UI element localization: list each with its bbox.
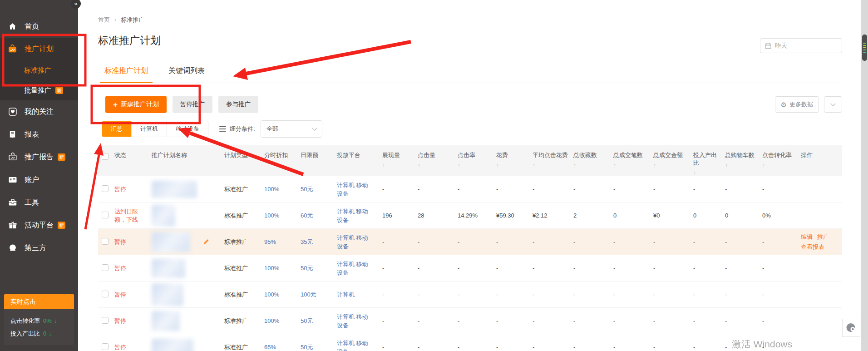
page: 首页推广计划标准推广批量推广新我的关注报表推广报告新账户工具活动平台新第三方 实… [0, 0, 868, 351]
plan-name-cell[interactable] [152, 205, 224, 227]
scrollbar-thumb[interactable] [862, 35, 867, 61]
sidebar-item-standard-promo[interactable]: 标准推广 [0, 60, 78, 80]
metric-cell: - [653, 344, 693, 351]
plan-name-cell[interactable] [152, 283, 224, 306]
plan-name-cell[interactable] [152, 181, 224, 198]
plan-name-cell[interactable] [152, 232, 224, 252]
windows-activation-watermark: 激活 Windows [732, 338, 792, 351]
action-link[interactable]: 编辑 [801, 232, 813, 242]
action-link[interactable]: 查看报表 [801, 242, 824, 252]
sidebar-item-campaign[interactable]: 推广计划 [0, 38, 78, 60]
time-discount-cell[interactable]: 100% [264, 212, 301, 219]
column-header-8[interactable]: 点击量↑ [418, 145, 458, 176]
device-tab-summary[interactable]: 汇总 [102, 121, 132, 137]
segment-condition-select[interactable]: 全部 [261, 120, 322, 138]
column-header-18: 操作 [801, 145, 839, 176]
select-all-checkbox[interactable] [102, 153, 108, 160]
tab-keyword-list[interactable]: 关键词列表 [167, 66, 207, 83]
platform-cell[interactable]: 计算机 移动设备 [337, 181, 382, 198]
metric-cell: - [693, 186, 725, 193]
metric-cell: - [458, 265, 496, 272]
metric-cell: - [573, 186, 613, 193]
metric-cell: - [653, 186, 693, 193]
device-tab-mobile[interactable]: 移动设备 [167, 121, 208, 137]
row-checkbox[interactable] [102, 185, 108, 192]
blurred-plan-name [152, 232, 190, 252]
plan-name-cell[interactable] [152, 339, 224, 351]
time-discount-cell[interactable]: 95% [264, 238, 301, 245]
stat-label: 投入产出比 [10, 330, 40, 337]
sidebar-item-home[interactable]: 首页 [0, 15, 78, 38]
daily-limit-cell[interactable]: 50元 [301, 264, 337, 272]
tab-standard-plans[interactable]: 标准推广计划 [103, 66, 150, 83]
time-discount-cell[interactable]: 100% [264, 291, 301, 298]
sidebar-item-activity-platform[interactable]: 活动平台新 [0, 214, 78, 237]
sort-asc-icon: ↑ [533, 162, 569, 168]
breadcrumb-home[interactable]: 首页 [98, 16, 110, 23]
metric-cell: - [762, 265, 801, 272]
device-filter-tabs: 汇总 计算机 移动设备 [102, 121, 208, 137]
sidebar-item-my-follow[interactable]: 我的关注 [0, 100, 78, 123]
platform-cell[interactable]: 计算机 [337, 290, 382, 299]
row-checkbox[interactable] [102, 238, 108, 245]
daily-limit-cell[interactable]: 60元 [301, 212, 337, 220]
new-plan-button[interactable]: +新建推广计划 [105, 96, 167, 113]
time-discount-cell[interactable]: 65% [264, 344, 301, 351]
assistant-widget-button[interactable] [842, 319, 860, 337]
daily-limit-cell[interactable]: 35元 [301, 238, 337, 246]
column-header-7[interactable]: 展现量↑ [382, 145, 418, 176]
metric-cell: - [762, 317, 801, 324]
sidebar-item-account[interactable]: 账户 [0, 168, 78, 191]
chevron-down-icon [312, 125, 317, 130]
platform-cell[interactable]: 计算机 移动设备 [337, 207, 382, 224]
column-header-13[interactable]: 总成交笔数↑ [613, 145, 653, 176]
row-checkbox[interactable] [102, 343, 108, 350]
plan-name-cell[interactable] [152, 311, 224, 331]
more-data-button[interactable]: ⚙更多数据 [775, 96, 819, 113]
plan-name-cell[interactable] [152, 259, 224, 278]
daily-limit-cell[interactable]: 100元 [301, 291, 337, 299]
column-header-11[interactable]: 平均点击花费↑ [533, 145, 573, 176]
column-header-9[interactable]: 点击率↑ [458, 145, 496, 176]
expand-panel-button[interactable] [824, 96, 842, 113]
daily-limit-cell[interactable]: 50元 [301, 185, 337, 193]
row-checkbox[interactable] [102, 264, 108, 271]
metric-cell: 28 [418, 212, 458, 219]
platform-cell[interactable]: 计算机 移动设备 [337, 312, 382, 330]
sort-asc-icon: ↑ [382, 162, 413, 168]
platform-cell[interactable]: 计算机 移动设备 [337, 260, 382, 277]
sidebar-item-tools[interactable]: 工具 [0, 191, 78, 214]
sidebar-item-third-party[interactable]: 第三方 [0, 237, 78, 259]
actions-cell: 编辑推广查看报表 [801, 232, 839, 252]
action-link[interactable]: 推广 [817, 232, 829, 242]
device-tab-computer[interactable]: 计算机 [132, 121, 167, 137]
scrollbar-track[interactable] [861, 0, 868, 351]
column-header-15[interactable]: 投入产出比↑ [693, 145, 725, 176]
metric-cell: - [573, 291, 613, 298]
edit-pencil-icon[interactable] [203, 238, 210, 245]
platform-cell[interactable]: 计算机 移动设备 [337, 233, 382, 251]
pause-promotion-button[interactable]: 暂停推广 [173, 96, 212, 113]
column-header-12[interactable]: 总收藏数↑ [573, 145, 613, 176]
row-checkbox[interactable] [102, 212, 108, 218]
time-discount-cell[interactable]: 100% [264, 317, 301, 324]
filter-row: 汇总 计算机 移动设备 细分条件: 全部 [98, 117, 842, 141]
column-header-10[interactable]: 花费↑ [496, 145, 533, 176]
daily-limit-cell[interactable]: 50元 [301, 343, 337, 351]
column-header-17[interactable]: 点击转化率↑ [762, 145, 801, 176]
date-range-picker[interactable]: 昨天 [760, 38, 842, 53]
row-checkbox[interactable] [102, 317, 108, 324]
row-checkbox[interactable] [102, 291, 108, 297]
sidebar-item-reports[interactable]: 报表 [0, 123, 78, 146]
sidebar-item-label: 标准推广 [24, 66, 51, 75]
time-discount-cell[interactable]: 100% [264, 265, 301, 272]
platform-cell[interactable]: 计算机 移动设备 [337, 339, 382, 351]
column-header-14[interactable]: 总成交金额↑ [653, 145, 693, 176]
column-header-16[interactable]: 总购物车数↑ [725, 145, 762, 176]
time-discount-cell[interactable]: 100% [264, 186, 301, 193]
plans-table: 状态推广计划名称计划类型分时折扣日限额投放平台展现量↑点击量↑点击率↑花费↑平均… [98, 145, 842, 351]
sidebar-item-batch-promo[interactable]: 批量推广新 [0, 80, 78, 100]
daily-limit-cell[interactable]: 50元 [301, 317, 337, 325]
sidebar-item-promo-report[interactable]: 推广报告新 [0, 146, 78, 168]
join-promotion-button[interactable]: 参与推广 [218, 96, 258, 113]
